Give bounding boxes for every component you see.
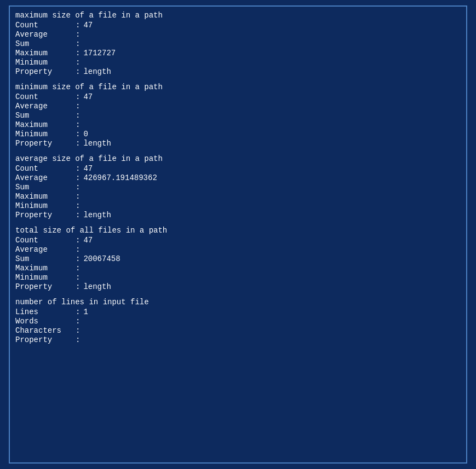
value-count: 47: [83, 236, 93, 245]
row-average: Average: 426967.191489362: [15, 173, 461, 182]
separator: :: [76, 254, 80, 263]
row-minimum: Minimum: 0: [15, 130, 461, 138]
separator: :: [76, 139, 80, 148]
section-title-total-file-size: total size of all files in a path: [15, 226, 461, 235]
label-maximum: Maximum: [15, 49, 76, 57]
separator: :: [76, 164, 80, 173]
value-count: 47: [83, 164, 93, 173]
section-min-file-size: minimum size of a file in a pathCount: 4…: [15, 83, 461, 148]
value-property: length: [83, 139, 111, 148]
label-minimum: Minimum: [15, 273, 76, 282]
label-maximum: Maximum: [15, 192, 76, 201]
value-sum: 20067458: [83, 254, 120, 263]
section-title-avg-file-size: average size of a file in a path: [15, 154, 461, 163]
separator: :: [76, 192, 80, 201]
separator: :: [76, 173, 80, 182]
label-minimum: Minimum: [15, 58, 76, 67]
separator: :: [76, 120, 80, 129]
row-sum: Sum:: [15, 183, 461, 192]
separator: :: [76, 282, 80, 291]
separator: :: [76, 245, 80, 254]
section-max-file-size: maximum size of a file in a pathCount: 4…: [15, 11, 461, 76]
label-minimum: Minimum: [15, 130, 76, 138]
separator: :: [76, 201, 80, 210]
row-characters: Characters:: [15, 326, 461, 335]
label-count: Count: [15, 164, 76, 173]
label-property: Property: [15, 139, 76, 148]
value-maximum: 1712727: [83, 49, 116, 57]
row-average: Average:: [15, 30, 461, 39]
row-minimum: Minimum:: [15, 273, 461, 282]
separator: :: [76, 58, 80, 67]
label-count: Count: [15, 92, 76, 101]
row-sum: Sum: 20067458: [15, 254, 461, 263]
row-maximum: Maximum:: [15, 120, 461, 129]
separator: :: [76, 30, 80, 39]
separator: :: [76, 211, 80, 219]
row-average: Average:: [15, 102, 461, 111]
label-maximum: Maximum: [15, 120, 76, 129]
label-property: Property: [15, 67, 76, 76]
row-count: Count: 47: [15, 21, 461, 30]
value-lines: 1: [83, 308, 88, 316]
label-average: Average: [15, 102, 76, 111]
row-property: Property: length: [15, 139, 461, 148]
section-lines-in-file: number of lines in input fileLines: 1Wor…: [15, 298, 461, 344]
row-minimum: Minimum:: [15, 58, 461, 67]
row-count: Count: 47: [15, 236, 461, 245]
label-sum: Sum: [15, 39, 76, 48]
row-words: Words:: [15, 317, 461, 326]
row-property: Property: length: [15, 211, 461, 219]
terminal-window: maximum size of a file in a pathCount: 4…: [9, 5, 467, 464]
section-title-min-file-size: minimum size of a file in a path: [15, 83, 461, 91]
label-minimum: Minimum: [15, 201, 76, 210]
separator: :: [76, 102, 80, 111]
label-sum: Sum: [15, 254, 76, 263]
separator: :: [76, 130, 80, 138]
separator: :: [76, 317, 80, 326]
separator: :: [76, 111, 80, 120]
row-lines: Lines: 1: [15, 308, 461, 316]
section-title-max-file-size: maximum size of a file in a path: [15, 11, 461, 20]
value-minimum: 0: [83, 130, 88, 138]
row-minimum: Minimum:: [15, 201, 461, 210]
value-average: 426967.191489362: [83, 173, 157, 182]
row-property: Property: length: [15, 67, 461, 76]
label-property: Property: [15, 211, 76, 219]
separator: :: [76, 21, 80, 30]
separator: :: [76, 273, 80, 282]
label-property: Property: [15, 282, 76, 291]
label-maximum: Maximum: [15, 264, 76, 273]
separator: :: [76, 308, 80, 316]
label-average: Average: [15, 173, 76, 182]
label-words: Words: [15, 317, 76, 326]
label-sum: Sum: [15, 183, 76, 192]
separator: :: [76, 49, 80, 57]
label-sum: Sum: [15, 111, 76, 120]
row-property: Property:: [15, 335, 461, 344]
label-characters: Characters: [15, 326, 76, 335]
label-count: Count: [15, 21, 76, 30]
separator: :: [76, 335, 80, 344]
separator: :: [76, 67, 80, 76]
label-property: Property: [15, 335, 76, 344]
value-property: length: [83, 211, 111, 219]
row-maximum: Maximum:: [15, 264, 461, 273]
label-average: Average: [15, 245, 76, 254]
section-avg-file-size: average size of a file in a pathCount: 4…: [15, 154, 461, 219]
value-count: 47: [83, 21, 93, 30]
separator: :: [76, 39, 80, 48]
section-title-lines-in-file: number of lines in input file: [15, 298, 461, 306]
label-average: Average: [15, 30, 76, 39]
row-sum: Sum:: [15, 111, 461, 120]
separator: :: [76, 183, 80, 192]
separator: :: [76, 92, 80, 101]
row-maximum: Maximum: 1712727: [15, 49, 461, 57]
row-sum: Sum:: [15, 39, 461, 48]
row-average: Average:: [15, 245, 461, 254]
label-count: Count: [15, 236, 76, 245]
section-total-file-size: total size of all files in a pathCount: …: [15, 226, 461, 291]
row-count: Count: 47: [15, 164, 461, 173]
row-maximum: Maximum:: [15, 192, 461, 201]
separator: :: [76, 264, 80, 273]
